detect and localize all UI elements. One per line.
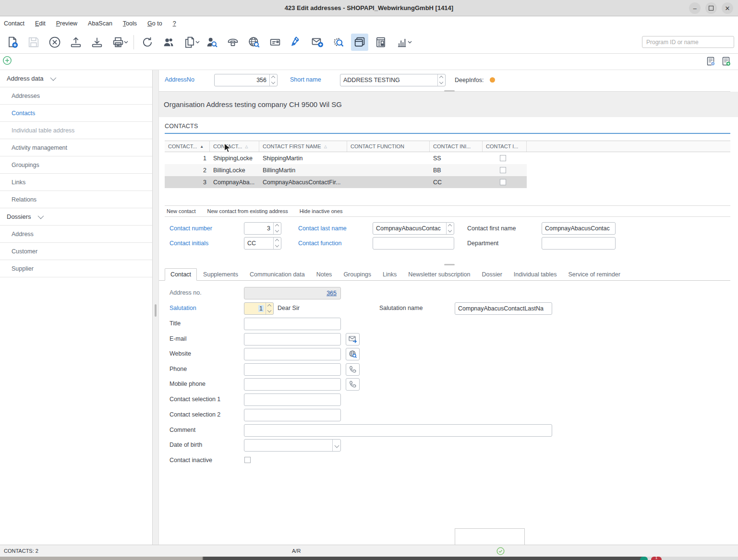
minimize-button[interactable]: – (689, 2, 701, 14)
tab-notes[interactable]: Notes (311, 269, 338, 280)
table-row[interactable]: 2 BillingLocke BillingMartin BB (165, 164, 730, 176)
spinner-buttons[interactable] (273, 223, 281, 234)
taskbar-app-icon[interactable] (640, 557, 648, 560)
tab-dossier[interactable]: Dossier (476, 269, 507, 280)
sidebar-item-customer[interactable]: Customer (0, 243, 152, 260)
call-mobile-button[interactable] (346, 378, 360, 391)
import-icon[interactable] (88, 34, 106, 51)
department-field[interactable] (542, 237, 616, 250)
tab-groupings[interactable]: Groupings (338, 269, 376, 280)
phone-directory-icon[interactable] (224, 34, 242, 51)
signature-pen-icon[interactable] (288, 34, 305, 51)
inactive-checkbox[interactable] (500, 167, 506, 173)
print-dropdown-icon[interactable] (124, 41, 129, 44)
mobile-phone-field[interactable] (244, 378, 341, 391)
sidebar-item-activity-management[interactable]: Activity management (0, 139, 152, 156)
hide-inactive-link[interactable]: Hide inactive ones (300, 208, 343, 214)
inactive-checkbox[interactable] (500, 179, 506, 185)
splitter-grip[interactable] (155, 304, 157, 317)
inactive-checkbox[interactable] (500, 155, 506, 161)
contact-inactive-checkbox[interactable] (244, 457, 251, 463)
sidebar-section-address-data[interactable]: Address data (0, 70, 152, 87)
addressno-stepper[interactable] (214, 74, 278, 86)
call-phone-button[interactable] (346, 363, 360, 376)
contact-last-name-stepper[interactable] (373, 222, 454, 235)
contact-number-stepper[interactable] (244, 222, 281, 235)
web-search-icon[interactable] (245, 34, 263, 51)
menu-goto[interactable]: Go to (147, 20, 162, 27)
address-card-icon[interactable] (266, 34, 284, 51)
spinner-buttons[interactable] (446, 223, 454, 234)
contact-initials-stepper[interactable] (244, 237, 281, 250)
new-contact-from-existing-link[interactable]: New contact from existing address (207, 208, 288, 214)
deep-search-icon[interactable] (330, 34, 347, 51)
short-name-stepper[interactable] (340, 74, 446, 86)
column-header-contact-lastname[interactable]: CONTACT...△ (210, 141, 259, 152)
sidebar-item-links[interactable]: Links (0, 174, 152, 191)
table-row[interactable]: 1 ShippingLocke ShippingMartin SS (165, 152, 730, 164)
refresh-icon[interactable] (139, 34, 156, 51)
table-row-selected[interactable]: 3 CompnayAba... CompnayAbacusContactFir.… (165, 176, 730, 188)
save-icon[interactable] (25, 34, 42, 51)
search-person-icon[interactable] (203, 34, 220, 51)
tab-supplements[interactable]: Supplements (198, 269, 243, 280)
spinner-buttons[interactable] (273, 238, 281, 249)
sidebar-item-contacts[interactable]: Contacts (0, 105, 152, 122)
tab-service-of-reminder[interactable]: Service of reminder (563, 269, 626, 280)
email-field[interactable] (244, 333, 341, 346)
tab-communication-data[interactable]: Communication data (244, 269, 310, 280)
contact-selection-2-field[interactable] (244, 409, 341, 421)
statistics-dropdown-icon[interactable] (408, 41, 412, 44)
spinner-buttons[interactable] (269, 74, 277, 86)
open-website-button[interactable] (346, 348, 360, 360)
sidebar-section-dossiers[interactable]: Dossiers (0, 208, 152, 226)
menu-contact[interactable]: Contact (4, 20, 24, 27)
sidebar-item-relations[interactable]: Relations (0, 191, 152, 208)
pane-splitter[interactable] (153, 70, 159, 545)
phone-field[interactable] (244, 363, 341, 376)
chevron-down-icon[interactable] (332, 440, 340, 451)
add-record-icon[interactable] (2, 56, 12, 65)
form-view-icon[interactable] (372, 34, 389, 51)
column-header-contact-inactive[interactable]: CONTACT I... (483, 141, 527, 152)
tab-newsletter-subscription[interactable]: Newsletter subscription (403, 269, 475, 280)
column-header-contact-initials[interactable]: CONTACT INI... (430, 141, 483, 152)
website-field[interactable] (244, 348, 341, 360)
contact-function-field[interactable] (373, 237, 454, 250)
comment-field[interactable] (244, 424, 552, 437)
menu-preview[interactable]: Preview (56, 20, 77, 27)
tab-individual-tables[interactable]: Individual tables (508, 269, 562, 280)
contact-selection-1-field[interactable] (244, 393, 341, 406)
menu-abascan[interactable]: AbaScan (88, 20, 112, 27)
spinner-buttons[interactable] (266, 303, 273, 314)
sidebar-item-groupings[interactable]: Groupings (0, 156, 152, 174)
new-mail-icon[interactable] (309, 34, 326, 51)
new-document-icon[interactable] (4, 34, 21, 51)
tab-contact[interactable]: Contact (165, 268, 197, 281)
window-view-icon[interactable] (351, 34, 368, 51)
contact-first-name-field[interactable] (542, 222, 616, 235)
menu-edit[interactable]: Edit (35, 20, 46, 27)
sidebar-item-individual-table-address[interactable]: Individual table address (0, 122, 152, 139)
cancel-icon[interactable] (46, 34, 63, 51)
address-no-link[interactable]: 365 (327, 290, 337, 297)
contacts-icon[interactable] (160, 34, 177, 51)
column-header-contact-first-name[interactable]: CONTACT FIRST NAME△ (259, 141, 347, 152)
sidebar-item-supplier[interactable]: Supplier (0, 260, 152, 277)
column-header-contact-number[interactable]: CONTACT...▲ (165, 141, 210, 152)
window-settings-icon[interactable]: ⚙ (706, 56, 716, 67)
sidebar-item-addresses[interactable]: Addresses (0, 87, 152, 105)
taskbar-badge[interactable]: 1 (651, 557, 662, 560)
menu-tools[interactable]: Tools (123, 20, 137, 27)
copy-dropdown-icon[interactable] (195, 41, 200, 44)
program-search-input[interactable] (642, 36, 734, 48)
new-contact-link[interactable]: New contact (167, 208, 196, 214)
horizontal-splitter-grip[interactable] (444, 264, 455, 265)
send-email-button[interactable] (346, 333, 360, 346)
window-add-icon[interactable] (722, 56, 731, 67)
salutation-stepper[interactable]: 1 (244, 302, 274, 315)
title-field[interactable] (244, 318, 341, 330)
export-icon[interactable] (67, 34, 85, 51)
salutation-name-field[interactable] (455, 302, 552, 315)
tab-links[interactable]: Links (377, 269, 402, 280)
